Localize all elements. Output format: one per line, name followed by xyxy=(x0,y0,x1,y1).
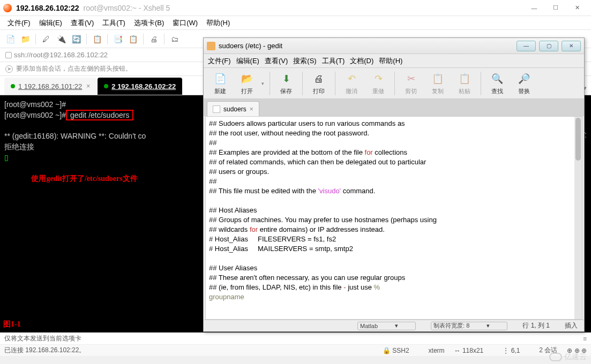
figure-label: 图1-1 xyxy=(3,319,21,329)
editor-line: ## wildcards for entire domains) or IP a… xyxy=(209,225,579,234)
gedit-titlebar[interactable]: sudoers (/etc) - gedit — ▢ ✕ xyxy=(204,38,584,54)
tabwidth-selector[interactable]: 制表符宽度: 8▾ xyxy=(431,322,507,330)
redo-button[interactable]: ↷重做 xyxy=(366,71,391,95)
send-menu-icon[interactable]: ≡ xyxy=(583,335,587,343)
gedit-close-button[interactable]: ✕ xyxy=(562,41,581,51)
find-icon: 🔍 xyxy=(490,71,505,86)
copy-icon[interactable]: 📑 xyxy=(112,33,124,45)
scrollbar[interactable] xyxy=(574,117,582,319)
print-icon[interactable]: 🖨 xyxy=(148,33,160,45)
properties-icon[interactable]: 📋 xyxy=(91,33,103,45)
new-session-icon[interactable]: 📄 xyxy=(4,33,16,45)
separator xyxy=(164,34,164,44)
maximize-button[interactable]: ☐ xyxy=(545,2,566,14)
language-selector[interactable]: Matlab▾ xyxy=(357,322,416,330)
prompt: [root@vms002 ~]# xyxy=(4,100,66,109)
tab-label: 1 192.168.26.101:22 xyxy=(18,82,82,90)
editor-line: ## User Aliases xyxy=(209,263,579,273)
separator xyxy=(107,34,108,44)
menu-window[interactable]: 窗口(W) xyxy=(170,17,200,29)
file-icon xyxy=(213,105,220,113)
editor-line: ## Host Aliases xyxy=(209,206,579,215)
open-button[interactable]: 📂打开 xyxy=(235,71,259,95)
menu-help[interactable]: 帮助(H) xyxy=(204,17,232,29)
cursor-icon: ▯ xyxy=(4,153,9,162)
separator xyxy=(335,72,335,95)
gedit-maximize-button[interactable]: ▢ xyxy=(539,41,558,51)
menu-tab[interactable]: 选项卡(B) xyxy=(132,17,166,29)
address-text: ssh://root@192.168.26.102:22 xyxy=(14,51,108,59)
menu-file[interactable]: 文件(F) xyxy=(5,17,33,29)
gedit-menu-edit[interactable]: 编辑(E) xyxy=(236,56,259,66)
connection-status: 已连接 192.168.26.102:22。 xyxy=(4,346,85,355)
chevron-down-icon: ▾ xyxy=(395,322,398,329)
separator xyxy=(394,72,395,95)
ftp-icon[interactable]: 🗂 xyxy=(169,33,181,45)
gedit-menu-help[interactable]: 帮助(H) xyxy=(379,56,402,66)
copy-button[interactable]: 📋复制 xyxy=(425,71,450,95)
tab-close-icon[interactable]: × xyxy=(86,82,90,90)
highlighted-command: gedit /etc/sudoers xyxy=(66,110,133,120)
editor-line xyxy=(209,254,579,263)
cut-button[interactable]: ✂剪切 xyxy=(399,71,423,95)
hint-text: 要添加当前会话，点击左侧的箭头按钮。 xyxy=(16,64,132,73)
separator xyxy=(35,34,36,44)
save-button[interactable]: ⬇保存 xyxy=(274,71,298,95)
open-session-icon[interactable]: 📁 xyxy=(19,33,31,45)
editor-line: ## Examples are provided at the bottom o… xyxy=(209,148,579,157)
replace-icon: 🔎 xyxy=(517,71,532,86)
paste-icon[interactable]: 📋 xyxy=(127,33,139,45)
menu-tool[interactable]: 工具(T) xyxy=(100,17,128,29)
new-button[interactable]: 📄新建 xyxy=(208,71,233,95)
reconnect-icon[interactable]: 🔌 xyxy=(55,33,67,45)
close-button[interactable]: ✕ xyxy=(566,2,588,14)
add-session-icon[interactable]: ➤ xyxy=(5,65,13,73)
separator xyxy=(143,34,144,44)
cursor-position: 行 1, 列 1 xyxy=(522,321,550,330)
tab-host-1[interactable]: 1 192.168.26.101:22 × xyxy=(4,78,96,95)
editor-line: ## of related commands, which can then b… xyxy=(209,157,579,167)
find-button[interactable]: 🔍查找 xyxy=(485,71,510,95)
editor-line: # Host_Alias MAILSERVERS = smtp, smtp2 xyxy=(209,244,579,254)
gedit-document-tabs: sudoers × xyxy=(204,99,584,116)
menu-view[interactable]: 查看(V) xyxy=(69,17,96,29)
warning-text: ** (gedit:16168): WARNING **: Couldn't c… xyxy=(4,132,146,140)
send-input[interactable]: 仅将文本发送到当前选项卡 xyxy=(4,334,81,343)
scrollbar-thumb[interactable] xyxy=(575,118,581,161)
prompt: [root@vms002 ~]# xyxy=(4,111,66,119)
deny-text: 拒绝连接 xyxy=(4,142,34,151)
separator xyxy=(86,34,87,44)
window-buttons: — ☐ ✕ xyxy=(523,2,588,14)
redo-icon: ↷ xyxy=(371,71,386,86)
gedit-menu-search[interactable]: 搜索(S) xyxy=(293,56,316,66)
title-ip: 192.168.26.102:22 xyxy=(16,4,79,12)
gedit-menu-tool[interactable]: 工具(T) xyxy=(322,56,345,66)
copy-icon: 📋 xyxy=(430,71,445,86)
print-button[interactable]: 🖨打印 xyxy=(306,71,331,95)
doc-tab-sudoers[interactable]: sudoers × xyxy=(207,101,259,116)
active-dot-icon xyxy=(11,84,15,88)
gedit-editor[interactable]: ## Sudoers allows particular users to ru… xyxy=(205,116,582,320)
minimize-button[interactable]: — xyxy=(523,2,545,14)
undo-button[interactable]: ↶撤消 xyxy=(339,71,364,95)
insert-mode: 插入 xyxy=(565,321,578,330)
paste-button[interactable]: 📋粘贴 xyxy=(452,71,477,95)
open-dropdown-icon[interactable]: ▾ xyxy=(261,81,266,86)
gedit-menu-view[interactable]: 查看(V) xyxy=(265,56,288,66)
gedit-menubar: 文件(F) 编辑(E) 查看(V) 搜索(S) 工具(T) 文档(D) 帮助(H… xyxy=(204,54,584,68)
xshell-menubar: 文件(F) 编辑(E) 查看(V) 工具(T) 选项卡(B) 窗口(W) 帮助(… xyxy=(0,16,591,30)
connect-icon[interactable]: 🖊 xyxy=(40,33,52,45)
editor-line: ## Groups of machines. You may prefer to… xyxy=(209,215,579,225)
disconnect-icon[interactable]: 🔄 xyxy=(70,33,82,45)
doc-tab-close-icon[interactable]: × xyxy=(250,105,253,113)
editor-line: ## xyxy=(209,177,579,186)
gedit-menu-doc[interactable]: 文档(D) xyxy=(350,56,373,66)
replace-button[interactable]: 🔎替换 xyxy=(512,71,536,95)
xshell-logo-icon xyxy=(3,4,12,12)
tab-host-2[interactable]: 2 192.168.26.102:22 xyxy=(98,78,182,95)
annotation-text: 使用gedit打开了/etc/sudoers文件 xyxy=(31,175,137,183)
gedit-menu-file[interactable]: 文件(F) xyxy=(208,56,231,66)
editor-line: # Host_Alias FILESERVERS = fs1, fs2 xyxy=(209,234,579,244)
menu-edit[interactable]: 编辑(E) xyxy=(37,17,64,29)
gedit-minimize-button[interactable]: — xyxy=(517,41,536,51)
